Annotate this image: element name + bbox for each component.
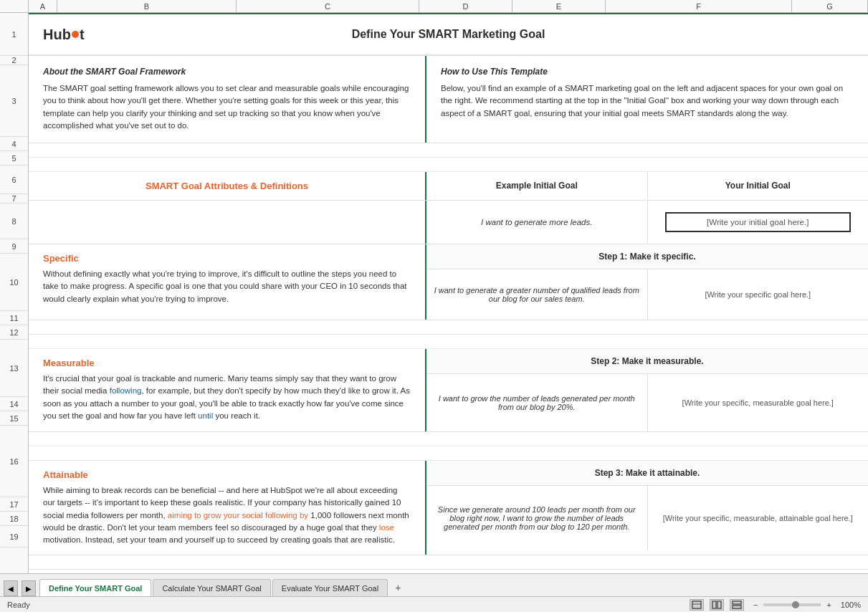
svg-rect-0 [692, 601, 701, 608]
row-4: 4 [0, 137, 28, 151]
attributes-goals-header: SMART Goal Attributes & Definitions Exam… [29, 172, 868, 201]
col-c: C [237, 0, 419, 12]
corner-cell [0, 0, 29, 12]
svg-rect-5 [733, 606, 741, 608]
svg-rect-2 [712, 601, 716, 608]
tab-add-button[interactable]: + [389, 579, 406, 596]
row-7: 7 [0, 194, 28, 204]
tab-calculate-smart-goal[interactable]: Calculate Your SMART Goal [153, 579, 270, 596]
logo-text: Hub [43, 27, 71, 43]
tab-nav-right[interactable]: ▶ [22, 580, 36, 596]
measurable-body: It's crucial that your goal is trackable… [43, 373, 411, 422]
svg-rect-4 [733, 601, 741, 604]
row-13: 13 [0, 340, 28, 397]
initial-example-cell: I want to generate more leads. [426, 201, 648, 244]
step1-your-goal[interactable]: [Write your specific goal here.] [648, 269, 869, 320]
about-right-title: How to Use This Template [441, 67, 854, 77]
specific-body: Without defining exactly what you're try… [43, 268, 411, 305]
specific-definition: Specific Without defining exactly what y… [29, 244, 426, 320]
row-14: 14 [0, 397, 28, 411]
header-row: Hub t Define Your SMART Marketing Goal [29, 13, 868, 56]
initial-goal-row: I want to generate more leads. [Write yo… [29, 201, 868, 244]
tab-evaluate-smart-goal[interactable]: Evaluate Your SMART Goal [272, 579, 388, 596]
step3-right: Step 3: Make it attainable. Since we gen… [426, 461, 868, 555]
row-2: 2 [0, 56, 28, 65]
col-g: G [792, 0, 868, 12]
step2-content: I want to grow the number of leads gener… [426, 374, 868, 431]
step3-your-goal[interactable]: [Write your specific, measurable, attain… [648, 486, 869, 550]
example-col-header: Example Initial Goal [426, 172, 648, 200]
spacer-15 [29, 446, 868, 461]
spacer-18 [29, 570, 868, 573]
attainable-definition: Attainable While aiming to break records… [29, 461, 426, 555]
hubspot-logo: Hub t [43, 27, 85, 43]
measurable-definition: Measurable It's crucial that your goal i… [29, 349, 426, 431]
zoom-plus[interactable]: + [826, 601, 831, 609]
spreadsheet-container: A B C D E F G 1 2 3 4 5 6 7 8 9 10 11 12… [0, 0, 868, 612]
row-1: 1 [0, 13, 28, 56]
logo-text-2: t [80, 27, 85, 43]
attributes-header-text: SMART Goal Attributes & Definitions [146, 181, 308, 191]
col-b: B [57, 0, 237, 12]
about-section: About the SMART Goal Framework The SMART… [29, 56, 868, 143]
col-e: E [512, 0, 606, 12]
your-col-header: Your Initial Goal [648, 172, 869, 200]
status-ready: Ready [7, 601, 30, 609]
row-16: 16 [0, 426, 28, 497]
step1-right: Step 1: Make it specific. I want to gene… [426, 244, 868, 320]
zoom-slider[interactable] [763, 603, 821, 606]
initial-your-cell: [Write your initial goal here.] [648, 201, 869, 244]
zoom-level: 100% [841, 601, 861, 609]
initial-goal-input[interactable]: [Write your initial goal here.] [665, 212, 851, 232]
step2-your-goal[interactable]: [Write your specific, measurable goal he… [648, 374, 869, 431]
status-bar: Ready − + 100% [0, 596, 868, 612]
measurable-title: Measurable [43, 358, 411, 368]
view-page-btn[interactable] [710, 599, 724, 611]
about-left: About the SMART Goal Framework The SMART… [29, 56, 426, 143]
step2-header: Step 2: Make it measurable. [426, 349, 868, 374]
step1-content: I want to generate a greater number of q… [426, 269, 868, 320]
status-right: − + 100% [690, 599, 861, 611]
tabs-bar: ◀ ▶ Define Your SMART Goal Calculate You… [0, 573, 868, 596]
initial-goal-left-spacer [29, 201, 426, 244]
following-link[interactable]: following [110, 386, 142, 395]
step2-section: Measurable It's crucial that your goal i… [29, 349, 868, 432]
about-left-title: About the SMART Goal Framework [43, 67, 411, 77]
about-right-body: Below, you'll find an example of a SMART… [441, 82, 854, 120]
svg-rect-3 [717, 601, 721, 608]
row-17: 17 [0, 497, 28, 512]
attributes-header-cell: SMART Goal Attributes & Definitions [29, 172, 426, 200]
row-8: 8 [0, 204, 28, 239]
step1-header: Step 1: Make it specific. [426, 244, 868, 269]
zoom-minus[interactable]: − [753, 601, 758, 609]
specific-title: Specific [43, 253, 411, 264]
step2-example: I want to grow the number of leads gener… [426, 374, 648, 431]
main-title: Define Your SMART Marketing Goal [352, 28, 545, 41]
view-break-btn[interactable] [730, 599, 744, 611]
spacer-row-5 [29, 158, 868, 172]
row-6: 6 [0, 166, 28, 194]
about-left-body: The SMART goal setting framework allows … [43, 82, 411, 132]
tab-nav-left[interactable]: ◀ [4, 580, 18, 596]
row-11: 11 [0, 311, 28, 325]
column-headers: A B C D E F G [0, 0, 868, 13]
row-numbers: 1 2 3 4 5 6 7 8 9 10 11 12 13 14 15 16 1… [0, 13, 29, 573]
attainable-body: While aiming to break records can be ben… [43, 484, 411, 546]
step3-content: Since we generate around 100 leads per m… [426, 486, 868, 550]
step3-header: Step 3: Make it attainable. [426, 461, 868, 486]
spreadsheet-body: 1 2 3 4 5 6 7 8 9 10 11 12 13 14 15 16 1… [0, 13, 868, 573]
row-5: 5 [0, 151, 28, 166]
goal-headers-right: Example Initial Goal Your Initial Goal [426, 172, 868, 200]
view-normal-btn[interactable] [690, 599, 704, 611]
tab-define-smart-goal[interactable]: Define Your SMART Goal [39, 579, 151, 596]
aiming-text: aiming to grow your social following by [168, 511, 308, 520]
about-right: How to Use This Template Below, you'll f… [426, 56, 868, 143]
row-15: 15 [0, 411, 28, 426]
row-18: 18 [0, 512, 28, 526]
logo-dot [72, 31, 79, 38]
row-19: 19 [0, 526, 28, 548]
until-link: until [198, 411, 213, 420]
row-3: 3 [0, 65, 28, 137]
initial-goal-cells: I want to generate more leads. [Write yo… [426, 201, 868, 244]
step2-right: Step 2: Make it measurable. I want to gr… [426, 349, 868, 431]
